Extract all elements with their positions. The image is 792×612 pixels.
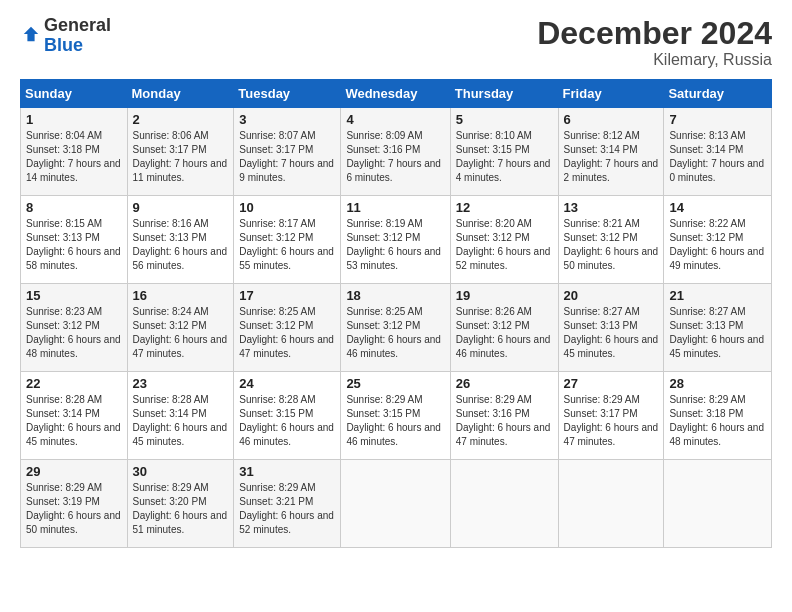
day-cell-4: 4Sunrise: 8:09 AMSunset: 3:16 PMDaylight…	[341, 108, 450, 196]
day-info: Sunrise: 8:29 AMSunset: 3:17 PMDaylight:…	[564, 393, 659, 449]
day-info: Sunrise: 8:04 AMSunset: 3:18 PMDaylight:…	[26, 129, 122, 185]
day-cell-1: 1Sunrise: 8:04 AMSunset: 3:18 PMDaylight…	[21, 108, 128, 196]
day-cell-6: 6Sunrise: 8:12 AMSunset: 3:14 PMDaylight…	[558, 108, 664, 196]
day-cell-22: 22Sunrise: 8:28 AMSunset: 3:14 PMDayligh…	[21, 372, 128, 460]
day-number: 25	[346, 376, 444, 391]
day-cell-16: 16Sunrise: 8:24 AMSunset: 3:12 PMDayligh…	[127, 284, 234, 372]
day-info: Sunrise: 8:07 AMSunset: 3:17 PMDaylight:…	[239, 129, 335, 185]
svg-marker-0	[24, 27, 38, 41]
day-info: Sunrise: 8:28 AMSunset: 3:14 PMDaylight:…	[26, 393, 122, 449]
day-info: Sunrise: 8:28 AMSunset: 3:14 PMDaylight:…	[133, 393, 229, 449]
day-cell-11: 11Sunrise: 8:19 AMSunset: 3:12 PMDayligh…	[341, 196, 450, 284]
day-info: Sunrise: 8:28 AMSunset: 3:15 PMDaylight:…	[239, 393, 335, 449]
day-cell-23: 23Sunrise: 8:28 AMSunset: 3:14 PMDayligh…	[127, 372, 234, 460]
day-number: 11	[346, 200, 444, 215]
header-day-sunday: Sunday	[21, 80, 128, 108]
day-info: Sunrise: 8:21 AMSunset: 3:12 PMDaylight:…	[564, 217, 659, 273]
day-cell-30: 30Sunrise: 8:29 AMSunset: 3:20 PMDayligh…	[127, 460, 234, 548]
day-number: 19	[456, 288, 553, 303]
week-row-1: 1Sunrise: 8:04 AMSunset: 3:18 PMDaylight…	[21, 108, 772, 196]
logo-blue: Blue	[44, 35, 83, 55]
logo-general: General	[44, 15, 111, 35]
header-day-thursday: Thursday	[450, 80, 558, 108]
day-info: Sunrise: 8:24 AMSunset: 3:12 PMDaylight:…	[133, 305, 229, 361]
day-number: 6	[564, 112, 659, 127]
week-row-3: 15Sunrise: 8:23 AMSunset: 3:12 PMDayligh…	[21, 284, 772, 372]
day-info: Sunrise: 8:06 AMSunset: 3:17 PMDaylight:…	[133, 129, 229, 185]
day-number: 8	[26, 200, 122, 215]
day-number: 24	[239, 376, 335, 391]
day-cell-8: 8Sunrise: 8:15 AMSunset: 3:13 PMDaylight…	[21, 196, 128, 284]
header-day-wednesday: Wednesday	[341, 80, 450, 108]
day-cell-7: 7Sunrise: 8:13 AMSunset: 3:14 PMDaylight…	[664, 108, 772, 196]
empty-cell	[450, 460, 558, 548]
day-number: 5	[456, 112, 553, 127]
day-cell-21: 21Sunrise: 8:27 AMSunset: 3:13 PMDayligh…	[664, 284, 772, 372]
day-info: Sunrise: 8:23 AMSunset: 3:12 PMDaylight:…	[26, 305, 122, 361]
header-day-saturday: Saturday	[664, 80, 772, 108]
day-number: 20	[564, 288, 659, 303]
day-info: Sunrise: 8:29 AMSunset: 3:18 PMDaylight:…	[669, 393, 766, 449]
day-info: Sunrise: 8:26 AMSunset: 3:12 PMDaylight:…	[456, 305, 553, 361]
header-day-monday: Monday	[127, 80, 234, 108]
day-number: 15	[26, 288, 122, 303]
day-info: Sunrise: 8:25 AMSunset: 3:12 PMDaylight:…	[346, 305, 444, 361]
logo-text: General Blue	[44, 16, 111, 56]
day-number: 2	[133, 112, 229, 127]
day-info: Sunrise: 8:12 AMSunset: 3:14 PMDaylight:…	[564, 129, 659, 185]
day-cell-24: 24Sunrise: 8:28 AMSunset: 3:15 PMDayligh…	[234, 372, 341, 460]
day-info: Sunrise: 8:17 AMSunset: 3:12 PMDaylight:…	[239, 217, 335, 273]
day-info: Sunrise: 8:29 AMSunset: 3:15 PMDaylight:…	[346, 393, 444, 449]
day-cell-19: 19Sunrise: 8:26 AMSunset: 3:12 PMDayligh…	[450, 284, 558, 372]
location: Kilemary, Russia	[537, 51, 772, 69]
day-number: 28	[669, 376, 766, 391]
month-title: December 2024	[537, 16, 772, 51]
empty-cell	[341, 460, 450, 548]
day-number: 1	[26, 112, 122, 127]
day-info: Sunrise: 8:10 AMSunset: 3:15 PMDaylight:…	[456, 129, 553, 185]
day-info: Sunrise: 8:22 AMSunset: 3:12 PMDaylight:…	[669, 217, 766, 273]
week-row-2: 8Sunrise: 8:15 AMSunset: 3:13 PMDaylight…	[21, 196, 772, 284]
calendar-header: SundayMondayTuesdayWednesdayThursdayFrid…	[21, 80, 772, 108]
day-cell-9: 9Sunrise: 8:16 AMSunset: 3:13 PMDaylight…	[127, 196, 234, 284]
day-info: Sunrise: 8:29 AMSunset: 3:16 PMDaylight:…	[456, 393, 553, 449]
day-number: 12	[456, 200, 553, 215]
day-cell-17: 17Sunrise: 8:25 AMSunset: 3:12 PMDayligh…	[234, 284, 341, 372]
day-info: Sunrise: 8:13 AMSunset: 3:14 PMDaylight:…	[669, 129, 766, 185]
day-info: Sunrise: 8:20 AMSunset: 3:12 PMDaylight:…	[456, 217, 553, 273]
header-day-tuesday: Tuesday	[234, 80, 341, 108]
day-cell-12: 12Sunrise: 8:20 AMSunset: 3:12 PMDayligh…	[450, 196, 558, 284]
day-cell-5: 5Sunrise: 8:10 AMSunset: 3:15 PMDaylight…	[450, 108, 558, 196]
day-cell-3: 3Sunrise: 8:07 AMSunset: 3:17 PMDaylight…	[234, 108, 341, 196]
day-cell-14: 14Sunrise: 8:22 AMSunset: 3:12 PMDayligh…	[664, 196, 772, 284]
day-info: Sunrise: 8:15 AMSunset: 3:13 PMDaylight:…	[26, 217, 122, 273]
empty-cell	[558, 460, 664, 548]
day-info: Sunrise: 8:27 AMSunset: 3:13 PMDaylight:…	[669, 305, 766, 361]
day-info: Sunrise: 8:09 AMSunset: 3:16 PMDaylight:…	[346, 129, 444, 185]
day-cell-10: 10Sunrise: 8:17 AMSunset: 3:12 PMDayligh…	[234, 196, 341, 284]
day-number: 14	[669, 200, 766, 215]
day-number: 9	[133, 200, 229, 215]
day-info: Sunrise: 8:27 AMSunset: 3:13 PMDaylight:…	[564, 305, 659, 361]
day-number: 27	[564, 376, 659, 391]
header: General Blue December 2024 Kilemary, Rus…	[20, 16, 772, 69]
day-cell-2: 2Sunrise: 8:06 AMSunset: 3:17 PMDaylight…	[127, 108, 234, 196]
day-number: 16	[133, 288, 229, 303]
day-info: Sunrise: 8:19 AMSunset: 3:12 PMDaylight:…	[346, 217, 444, 273]
day-cell-15: 15Sunrise: 8:23 AMSunset: 3:12 PMDayligh…	[21, 284, 128, 372]
header-row: SundayMondayTuesdayWednesdayThursdayFrid…	[21, 80, 772, 108]
week-row-5: 29Sunrise: 8:29 AMSunset: 3:19 PMDayligh…	[21, 460, 772, 548]
day-cell-28: 28Sunrise: 8:29 AMSunset: 3:18 PMDayligh…	[664, 372, 772, 460]
day-number: 30	[133, 464, 229, 479]
logo: General Blue	[20, 16, 111, 56]
day-cell-31: 31Sunrise: 8:29 AMSunset: 3:21 PMDayligh…	[234, 460, 341, 548]
day-cell-29: 29Sunrise: 8:29 AMSunset: 3:19 PMDayligh…	[21, 460, 128, 548]
logo-icon	[22, 25, 40, 43]
day-number: 13	[564, 200, 659, 215]
day-number: 3	[239, 112, 335, 127]
empty-cell	[664, 460, 772, 548]
calendar-body: 1Sunrise: 8:04 AMSunset: 3:18 PMDaylight…	[21, 108, 772, 548]
day-number: 31	[239, 464, 335, 479]
day-info: Sunrise: 8:16 AMSunset: 3:13 PMDaylight:…	[133, 217, 229, 273]
day-cell-20: 20Sunrise: 8:27 AMSunset: 3:13 PMDayligh…	[558, 284, 664, 372]
